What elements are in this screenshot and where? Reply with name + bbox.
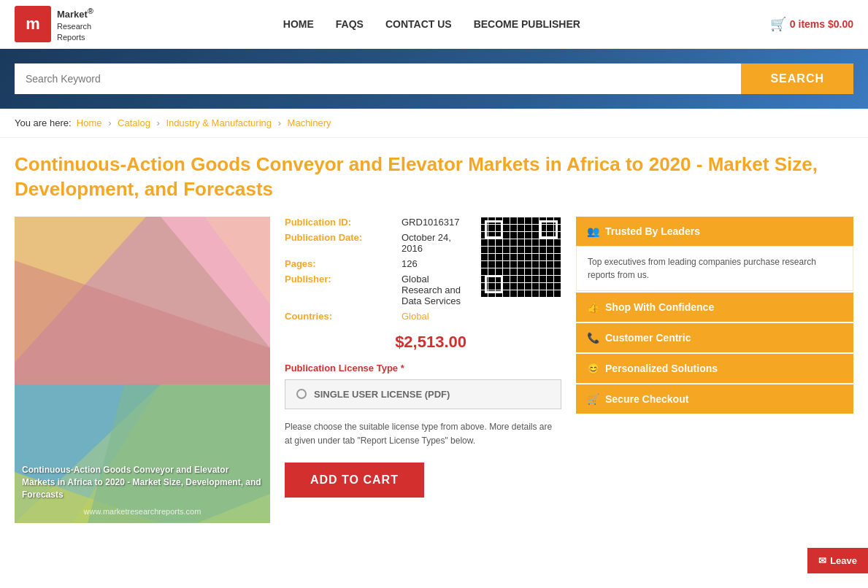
- sidebar-header-customer[interactable]: 📞 Customer Centric: [576, 323, 853, 352]
- search-button[interactable]: SEARCH: [741, 63, 853, 94]
- customer-label: Customer Centric: [605, 332, 691, 344]
- product-body: Continuous-Action Goods Conveyor and Ele…: [15, 217, 853, 523]
- trusted-label: Trusted By Leaders: [605, 225, 700, 237]
- breadcrumb-industry[interactable]: Industry & Manufacturing: [166, 117, 272, 128]
- personalized-label: Personalized Solutions: [605, 363, 718, 374]
- license-option-label: SINGLE USER LICENSE (PDF): [314, 389, 450, 400]
- nav-home[interactable]: HOME: [283, 18, 314, 30]
- main-nav: HOME FAQS CONTACT US BECOME PUBLISHER: [283, 18, 580, 30]
- nav-publisher[interactable]: BECOME PUBLISHER: [474, 18, 580, 30]
- sep3: ›: [278, 117, 284, 128]
- meta-table: Publication ID: GRD1016317 Publication D…: [285, 217, 466, 322]
- logo-area: m Market®ResearchReports: [15, 6, 93, 42]
- publisher-label: Publisher:: [285, 274, 394, 285]
- countries-value: Global: [402, 311, 429, 322]
- main-content: Continuous-Action Goods Conveyor and Ele…: [0, 138, 868, 538]
- breadcrumb-machinery[interactable]: Machinery: [288, 117, 331, 128]
- sidebar-panel-customer[interactable]: 📞 Customer Centric: [576, 323, 853, 352]
- qr-corner-tr: [539, 220, 558, 239]
- trusted-icon: 👥: [587, 225, 599, 237]
- sidebar-col: 👥 Trusted By Leaders Top executives from…: [576, 217, 853, 523]
- meta-row-countries: Countries: Global: [285, 311, 466, 322]
- pages-label: Pages:: [285, 258, 394, 269]
- search-input[interactable]: [15, 63, 741, 94]
- breadcrumb-home[interactable]: Home: [77, 117, 102, 128]
- product-price: $2,513.00: [285, 333, 466, 352]
- add-to-cart-button[interactable]: ADD TO CART: [285, 463, 424, 498]
- product-title: Continuous-Action Goods Conveyor and Ele…: [15, 152, 853, 202]
- secure-icon: 🛒: [587, 393, 599, 405]
- license-option[interactable]: SINGLE USER LICENSE (PDF): [285, 379, 561, 409]
- sidebar-panel-personalized[interactable]: 😊 Personalized Solutions: [576, 354, 853, 383]
- nav-faqs[interactable]: FAQS: [336, 18, 364, 30]
- publication-date-value: October 24, 2016: [402, 232, 466, 254]
- product-image-caption: Continuous-Action Goods Conveyor and Ele…: [22, 464, 263, 500]
- qr-code-image: [481, 217, 561, 297]
- shop-icon: 👍: [587, 301, 599, 313]
- qr-corner-tl: [485, 220, 503, 239]
- sidebar-header-personalized[interactable]: 😊 Personalized Solutions: [576, 354, 853, 383]
- meta-row-publisher: Publisher: Global Research and Data Serv…: [285, 274, 466, 306]
- product-meta-and-price: Publication ID: GRD1016317 Publication D…: [285, 217, 466, 363]
- product-top-row: Publication ID: GRD1016317 Publication D…: [285, 217, 561, 363]
- personalized-icon: 😊: [587, 363, 599, 374]
- qr-corner-bl: [485, 275, 503, 293]
- qr-container: [481, 217, 561, 363]
- sidebar-panel-shop[interactable]: 👍 Shop With Confidence: [576, 293, 853, 322]
- product-image-url: www.marketresearchreports.com: [15, 507, 270, 516]
- top-header: m Market®ResearchReports HOME FAQS CONTA…: [0, 0, 868, 49]
- search-section: SEARCH: [0, 49, 868, 109]
- product-image-wrapper: Continuous-Action Goods Conveyor and Ele…: [15, 217, 270, 523]
- sep2: ›: [157, 117, 163, 128]
- cart-icon: 🛒: [770, 16, 786, 32]
- publication-id-value: GRD1016317: [402, 217, 460, 228]
- breadcrumb-catalog[interactable]: Catalog: [118, 117, 150, 128]
- sidebar-panel-trusted: 👥 Trusted By Leaders Top executives from…: [576, 217, 853, 291]
- sep1: ›: [108, 117, 114, 128]
- license-note: Please choose the suitable license type …: [285, 420, 561, 448]
- meta-row-date: Publication Date: October 24, 2016: [285, 232, 466, 254]
- publication-id-label: Publication ID:: [285, 217, 394, 228]
- customer-icon: 📞: [587, 332, 599, 344]
- sidebar-body-trusted: Top executives from leading companies pu…: [576, 246, 853, 291]
- meta-row-pages: Pages: 126: [285, 258, 466, 269]
- product-details-col: Publication ID: GRD1016317 Publication D…: [285, 217, 561, 523]
- logo-text: Market®ResearchReports: [57, 6, 93, 42]
- nav-contact[interactable]: CONTACT US: [385, 18, 452, 30]
- secure-label: Secure Checkout: [605, 393, 688, 405]
- sidebar-header-shop[interactable]: 👍 Shop With Confidence: [576, 293, 853, 322]
- pages-value: 126: [402, 258, 418, 269]
- publisher-value: Global Research and Data Services: [402, 274, 466, 306]
- sidebar-panel-secure[interactable]: 🛒 Secure Checkout: [576, 384, 853, 414]
- shop-label: Shop With Confidence: [605, 301, 714, 313]
- logo-icon: m: [15, 6, 51, 42]
- cart-label: 0 items $0.00: [790, 18, 853, 30]
- sidebar-header-secure[interactable]: 🛒 Secure Checkout: [576, 384, 853, 414]
- breadcrumb: You are here: Home › Catalog › Industry …: [0, 109, 868, 138]
- sidebar-header-trusted: 👥 Trusted By Leaders: [576, 217, 853, 246]
- countries-label: Countries:: [285, 311, 394, 322]
- meta-row-id: Publication ID: GRD1016317: [285, 217, 466, 228]
- product-image-col: Continuous-Action Goods Conveyor and Ele…: [15, 217, 270, 523]
- license-radio[interactable]: [296, 389, 307, 399]
- publication-date-label: Publication Date:: [285, 232, 394, 243]
- cart-area[interactable]: 🛒 0 items $0.00: [770, 16, 853, 32]
- license-label: Publication License Type *: [285, 363, 561, 374]
